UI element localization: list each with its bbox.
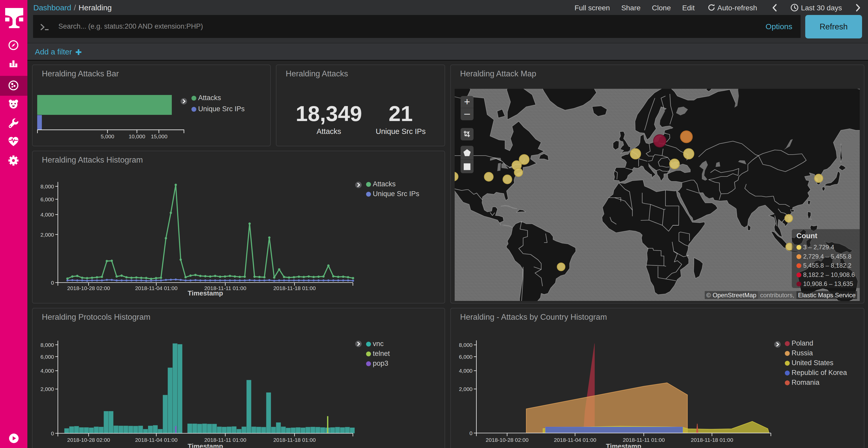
- svg-text:8,000: 8,000: [40, 183, 54, 189]
- svg-text:2,000: 2,000: [40, 386, 54, 392]
- svg-text:4,000: 4,000: [40, 212, 54, 217]
- svg-text:2018-11-18 01:00: 2018-11-18 01:00: [273, 285, 316, 291]
- svg-text:Timestamp: Timestamp: [188, 442, 223, 448]
- svg-text:2,000: 2,000: [459, 386, 472, 392]
- svg-text:0: 0: [51, 430, 54, 436]
- svg-text:2018-11-18 01:00: 2018-11-18 01:00: [273, 437, 316, 443]
- svg-text:2018-11-11 01:00: 2018-11-11 01:00: [623, 437, 665, 443]
- svg-text:5,000: 5,000: [101, 133, 115, 139]
- svg-text:Timestamp: Timestamp: [188, 289, 223, 297]
- svg-text:2018-11-18 01:00: 2018-11-18 01:00: [691, 437, 733, 443]
- svg-text:8,000: 8,000: [459, 342, 472, 348]
- svg-text:15,000: 15,000: [151, 133, 167, 139]
- svg-text:0: 0: [469, 430, 472, 436]
- svg-text:6,000: 6,000: [459, 354, 472, 360]
- svg-text:2018-11-11 01:00: 2018-11-11 01:00: [204, 437, 246, 443]
- svg-text:2018-11-04 01:00: 2018-11-04 01:00: [135, 437, 178, 443]
- svg-text:2018-10-28 02:00: 2018-10-28 02:00: [67, 437, 110, 443]
- svg-text:6,000: 6,000: [40, 354, 54, 360]
- svg-text:2018-11-04 01:00: 2018-11-04 01:00: [554, 437, 596, 443]
- svg-text:8,000: 8,000: [40, 342, 54, 348]
- svg-text:6,000: 6,000: [40, 196, 54, 202]
- svg-text:Timestamp: Timestamp: [606, 442, 642, 448]
- svg-text:2018-10-28 02:00: 2018-10-28 02:00: [67, 285, 110, 291]
- svg-text:4,000: 4,000: [40, 368, 54, 374]
- svg-text:4,000: 4,000: [459, 368, 472, 374]
- svg-text:2018-11-04 01:00: 2018-11-04 01:00: [135, 285, 178, 291]
- svg-text:10,000: 10,000: [129, 133, 145, 139]
- svg-text:0: 0: [51, 280, 54, 286]
- svg-text:2,000: 2,000: [40, 232, 54, 238]
- svg-text:2018-10-28 02:00: 2018-10-28 02:00: [486, 437, 529, 443]
